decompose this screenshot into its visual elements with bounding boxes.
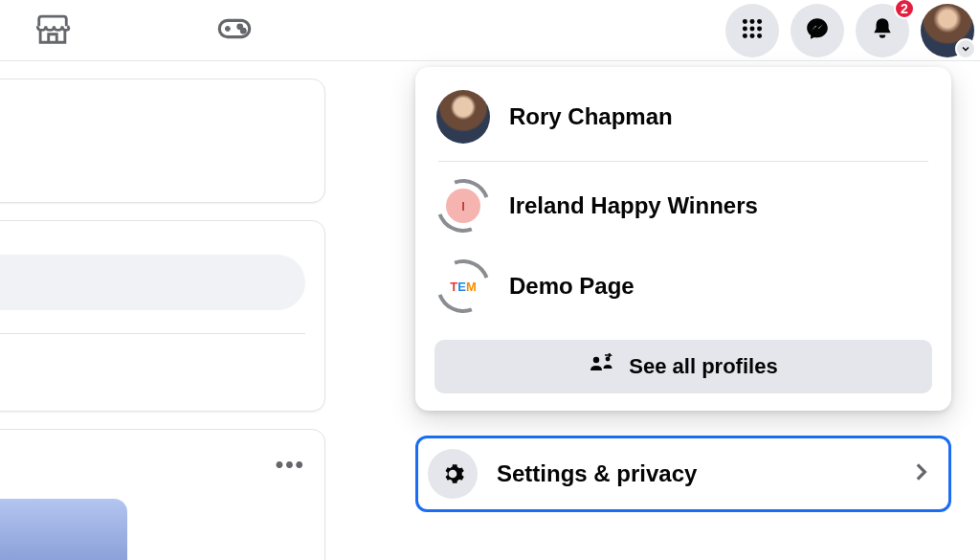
user-avatar-icon [436,90,490,144]
composer-actions: Feeling/activity [0,334,305,411]
nav-tab-marketplace[interactable] [0,4,105,57]
profiles-card: Rory Chapman I Ireland Happy Winners TEM… [415,67,951,411]
svg-point-17 [593,357,599,363]
chevron-right-icon [908,459,933,488]
svg-point-10 [757,27,762,32]
svg-point-5 [743,19,747,24]
divider [438,161,928,162]
svg-point-4 [241,29,245,33]
gaming-icon [215,10,254,52]
svg-point-12 [750,34,755,38]
marketplace-icon [33,10,72,52]
stories-row: + [0,499,324,560]
svg-point-6 [750,19,755,24]
notifications-button[interactable]: 2 [856,4,909,57]
profile-row-page[interactable]: TEM Demo Page [425,246,942,326]
top-header: 2 [0,0,980,61]
header-right-actions: 2 [725,0,974,61]
profile-name: Rory Chapman [509,103,673,130]
see-all-profiles-button[interactable]: See all profiles [434,340,932,393]
header-nav-tabs [0,0,287,61]
svg-point-9 [750,27,755,32]
page-avatar-icon: TEM [436,259,490,313]
composer-card: Feeling/activity [0,220,325,412]
profile-row-user[interactable]: Rory Chapman [425,77,942,157]
page-avatar-icon: I [436,179,490,233]
account-dropdown: Rory Chapman I Ireland Happy Winners TEM… [415,67,951,512]
svg-point-11 [743,34,747,38]
story-tile[interactable] [0,499,127,560]
profile-name: Ireland Happy Winners [509,192,758,219]
stories-card: ••• + [0,429,325,560]
main-feed-column: Feeling/activity ••• + [0,61,325,560]
bell-icon [870,16,895,45]
svg-point-13 [757,34,762,38]
menu-button[interactable] [725,4,779,57]
profile-name: Demo Page [509,273,635,300]
settings-privacy-label: Settings & privacy [497,460,908,487]
profile-row-page[interactable]: I Ireland Happy Winners [425,166,942,246]
menu-grid-icon [740,16,765,45]
composer-input[interactable] [0,255,305,310]
messenger-icon [805,16,830,45]
notifications-badge: 2 [894,0,915,19]
nav-tab-gaming[interactable] [182,4,287,57]
settings-privacy-row[interactable]: Settings & privacy [415,436,951,512]
svg-point-3 [238,25,242,29]
chevron-down-icon [955,38,976,59]
see-all-profiles-label: See all profiles [629,354,777,379]
feed-card [0,78,325,203]
svg-point-7 [757,19,762,24]
profiles-switch-icon [589,353,615,380]
svg-point-8 [743,27,747,32]
account-avatar-button[interactable] [921,4,974,57]
messenger-button[interactable] [791,4,844,57]
more-options-button[interactable]: ••• [0,439,324,489]
gear-icon [428,449,478,499]
